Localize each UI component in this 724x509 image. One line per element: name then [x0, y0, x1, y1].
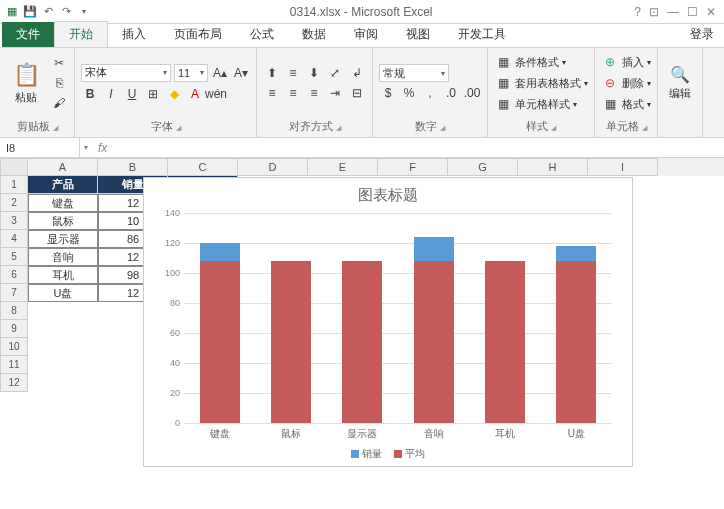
formula-bar: I8 ▾ fx [0, 138, 724, 158]
align-left-icon[interactable]: ≡ [263, 84, 281, 102]
comma-icon[interactable]: , [421, 84, 439, 102]
select-all-corner[interactable] [0, 158, 28, 176]
number-format-select[interactable]: 常规 [379, 64, 449, 82]
row-header-2[interactable]: 2 [0, 194, 28, 212]
cell[interactable]: U盘 [28, 284, 98, 302]
col-header-D[interactable]: D [238, 158, 308, 176]
align-right-icon[interactable]: ≡ [305, 84, 323, 102]
minimize-icon[interactable]: — [667, 5, 679, 19]
decrease-decimal-icon[interactable]: .00 [463, 84, 481, 102]
align-center-icon[interactable]: ≡ [284, 84, 302, 102]
chart-y-axis: 020406080100120140 [154, 213, 182, 423]
row-header-12[interactable]: 12 [0, 374, 28, 392]
tab-review[interactable]: 审阅 [340, 22, 392, 47]
row-header-11[interactable]: 11 [0, 356, 28, 374]
cell[interactable]: 显示器 [28, 230, 98, 248]
decrease-font-icon[interactable]: A▾ [232, 64, 250, 82]
cell-style-icon: ▦ [494, 95, 512, 113]
wrap-text-icon[interactable]: ↲ [348, 64, 366, 82]
tab-view[interactable]: 视图 [392, 22, 444, 47]
bold-button[interactable]: B [81, 85, 99, 103]
increase-decimal-icon[interactable]: .0 [442, 84, 460, 102]
delete-cells-button[interactable]: ⊖删除▾ [601, 74, 651, 92]
cell-style-button[interactable]: ▦单元格样式▾ [494, 95, 588, 113]
orientation-icon[interactable]: ⤢ [326, 64, 344, 82]
col-header-F[interactable]: F [378, 158, 448, 176]
format-cells-button[interactable]: ▦格式▾ [601, 95, 651, 113]
align-top-icon[interactable]: ⬆ [263, 64, 281, 82]
indent-icon[interactable]: ⇥ [326, 84, 344, 102]
border-button[interactable]: ⊞ [144, 85, 162, 103]
col-header-H[interactable]: H [518, 158, 588, 176]
col-header-I[interactable]: I [588, 158, 658, 176]
cell[interactable]: 鼠标 [28, 212, 98, 230]
row-header-9[interactable]: 9 [0, 320, 28, 338]
redo-icon[interactable]: ↷ [58, 4, 74, 20]
cell[interactable]: 音响 [28, 248, 98, 266]
col-header-B[interactable]: B [98, 158, 168, 176]
find-button[interactable]: 🔍 编辑 [664, 50, 696, 116]
col-header-C[interactable]: C [168, 158, 238, 176]
row-headers: 123456789101112 [0, 176, 28, 392]
increase-font-icon[interactable]: A▴ [211, 64, 229, 82]
qat-dropdown-icon[interactable]: ▾ [76, 4, 92, 20]
tab-dev[interactable]: 开发工具 [444, 22, 520, 47]
align-bottom-icon[interactable]: ⬇ [305, 64, 323, 82]
phonetic-button[interactable]: wén [207, 85, 225, 103]
cell[interactable]: 键盘 [28, 194, 98, 212]
tab-home[interactable]: 开始 [54, 21, 108, 47]
col-header-A[interactable]: A [28, 158, 98, 176]
currency-icon[interactable]: $ [379, 84, 397, 102]
copy-icon[interactable]: ⎘ [50, 74, 68, 92]
cell[interactable]: 耳机 [28, 266, 98, 284]
fx-icon[interactable]: fx [92, 141, 113, 155]
row-header-6[interactable]: 6 [0, 266, 28, 284]
font-size-select[interactable]: 11 [174, 64, 208, 82]
tab-layout[interactable]: 页面布局 [160, 22, 236, 47]
fb-dropdown-icon[interactable]: ▾ [80, 143, 92, 152]
align-middle-icon[interactable]: ≡ [284, 64, 302, 82]
col-header-G[interactable]: G [448, 158, 518, 176]
col-header-E[interactable]: E [308, 158, 378, 176]
save-icon[interactable]: 💾 [22, 4, 38, 20]
group-clipboard: 📋 粘贴 ✂ ⎘ 🖌 剪贴板 [0, 48, 75, 137]
cut-icon[interactable]: ✂ [50, 54, 68, 72]
tab-insert[interactable]: 插入 [108, 22, 160, 47]
row-header-5[interactable]: 5 [0, 248, 28, 266]
group-edit: 🔍 编辑 x [658, 48, 703, 137]
insert-cells-button[interactable]: ⊕插入▾ [601, 53, 651, 71]
tab-file[interactable]: 文件 [2, 22, 54, 47]
paste-button[interactable]: 📋 粘贴 [6, 50, 46, 116]
format-painter-icon[interactable]: 🖌 [50, 94, 68, 112]
tab-data[interactable]: 数据 [288, 22, 340, 47]
fill-color-button[interactable]: ◆ [165, 85, 183, 103]
row-header-1[interactable]: 1 [0, 176, 28, 194]
table-format-button[interactable]: ▦套用表格格式▾ [494, 74, 588, 92]
group-label-font: 字体 [81, 118, 250, 135]
name-box[interactable]: I8 [0, 138, 80, 157]
row-header-3[interactable]: 3 [0, 212, 28, 230]
row-header-7[interactable]: 7 [0, 284, 28, 302]
font-name-select[interactable]: 宋体 [81, 64, 171, 82]
undo-icon[interactable]: ↶ [40, 4, 56, 20]
formula-input[interactable] [113, 138, 724, 157]
row-header-8[interactable]: 8 [0, 302, 28, 320]
row-header-10[interactable]: 10 [0, 338, 28, 356]
italic-button[interactable]: I [102, 85, 120, 103]
merge-icon[interactable]: ⊟ [348, 84, 366, 102]
find-icon: 🔍 [670, 65, 690, 84]
help-icon[interactable]: ? [634, 5, 641, 19]
percent-icon[interactable]: % [400, 84, 418, 102]
cond-format-button[interactable]: ▦条件格式▾ [494, 53, 588, 71]
font-color-button[interactable]: A [186, 85, 204, 103]
tab-formula[interactable]: 公式 [236, 22, 288, 47]
underline-button[interactable]: U [123, 85, 141, 103]
row-header-4[interactable]: 4 [0, 230, 28, 248]
cell[interactable]: 产品 [28, 176, 98, 194]
ribbon-options-icon[interactable]: ⊡ [649, 5, 659, 19]
quick-access-toolbar: ▦ 💾 ↶ ↷ ▾ [0, 4, 96, 20]
maximize-icon[interactable]: ☐ [687, 5, 698, 19]
login-link[interactable]: 登录 [680, 22, 724, 47]
embedded-chart[interactable]: 图表标题 020406080100120140 键盘鼠标显示器音响耳机U盘 销量… [143, 177, 633, 467]
close-icon[interactable]: ✕ [706, 5, 716, 19]
